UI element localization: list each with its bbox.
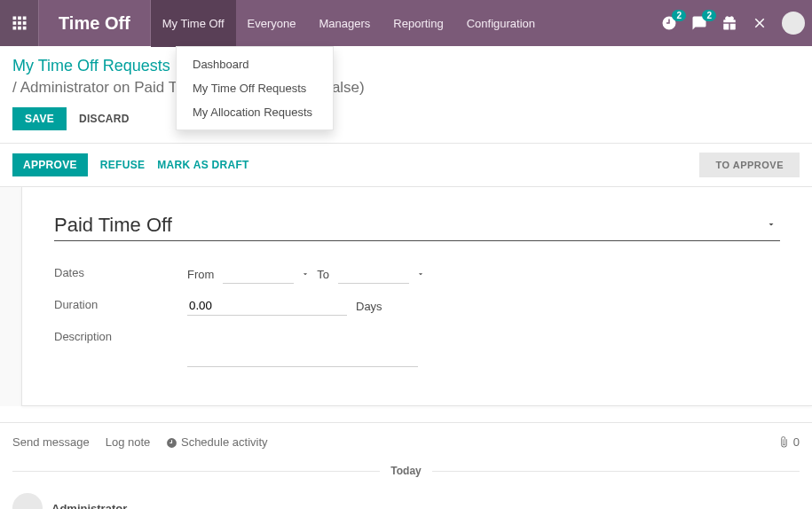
nav-reporting[interactable]: Reporting: [382, 0, 454, 46]
description-input[interactable]: [187, 337, 418, 367]
time-off-type-input[interactable]: [54, 214, 744, 237]
date-to-input[interactable]: [338, 264, 409, 284]
my-time-off-dropdown: Dashboard My Time Off Requests My Alloca…: [176, 46, 334, 130]
chatter-divider-label: Today: [380, 465, 431, 477]
form-sheet: Dates From To Duration Days Description: [21, 187, 812, 406]
breadcrumb: My Time Off Requests /Administrator on P…: [0, 46, 812, 100]
time-off-type-field[interactable]: [54, 212, 780, 241]
close-icon: [752, 15, 768, 31]
days-label: Days: [356, 300, 382, 313]
chevron-down-icon[interactable]: [766, 219, 777, 232]
to-label: To: [317, 268, 329, 281]
duration-row: Days: [187, 296, 480, 316]
paperclip-icon: [778, 436, 790, 448]
gift-button[interactable]: [721, 15, 737, 31]
main-nav: My Time Off Everyone Managers Reporting …: [151, 0, 547, 46]
duration-input[interactable]: [187, 296, 347, 316]
svg-rect-7: [18, 27, 21, 30]
status-stage[interactable]: TO APPROVE: [699, 153, 800, 177]
nav-configuration[interactable]: Configuration: [455, 0, 547, 46]
apps-grid-icon: [12, 15, 28, 31]
breadcrumb-current: /Administrator on Paid Time Off : 0.00 d…: [12, 79, 800, 97]
apps-menu-button[interactable]: [0, 0, 39, 46]
statusbar: APPROVE REFUSE MARK AS DRAFT TO APPROVE: [0, 143, 812, 187]
menu-my-allocation-requests[interactable]: My Allocation Requests: [177, 100, 333, 124]
send-message-button[interactable]: Send message: [12, 435, 90, 449]
discuss-badge: 2: [702, 10, 716, 21]
attachments-button[interactable]: 0: [778, 435, 800, 449]
clock-small-icon: [166, 437, 177, 449]
user-avatar[interactable]: [782, 12, 805, 35]
from-label: From: [187, 268, 214, 281]
topbar-right: 2 2: [661, 0, 812, 46]
svg-rect-1: [18, 17, 21, 20]
activities-button[interactable]: 2: [661, 15, 677, 31]
chatter-divider: Today: [12, 465, 800, 477]
approve-button[interactable]: APPROVE: [12, 153, 88, 176]
svg-rect-3: [12, 21, 16, 25]
refuse-button[interactable]: REFUSE: [100, 159, 145, 171]
discuss-button[interactable]: 2: [691, 15, 707, 31]
topbar: Time Off My Time Off Everyone Managers R…: [0, 0, 812, 46]
nav-managers[interactable]: Managers: [308, 0, 382, 46]
description-label: Description: [54, 328, 187, 343]
mark-draft-button[interactable]: MARK AS DRAFT: [157, 159, 248, 171]
menu-my-time-off-requests[interactable]: My Time Off Requests: [177, 76, 333, 100]
gift-icon: [721, 15, 737, 31]
menu-dashboard[interactable]: Dashboard: [177, 52, 333, 76]
dates-label: Dates: [54, 264, 187, 279]
discard-button[interactable]: DISCARD: [79, 113, 130, 125]
activities-badge: 2: [672, 10, 686, 21]
breadcrumb-parent[interactable]: My Time Off Requests: [12, 57, 800, 75]
svg-rect-0: [12, 17, 16, 20]
nav-my-time-off[interactable]: My Time Off: [151, 0, 236, 46]
message-author: Administrator: [51, 502, 127, 509]
log-note-button[interactable]: Log note: [106, 435, 151, 449]
date-from-input[interactable]: [223, 264, 294, 284]
dates-row: From To: [187, 264, 480, 284]
svg-rect-5: [22, 21, 26, 25]
svg-rect-4: [18, 21, 21, 25]
duration-label: Duration: [54, 296, 187, 311]
svg-rect-6: [12, 27, 16, 30]
svg-rect-8: [22, 27, 26, 30]
module-title[interactable]: Time Off: [39, 0, 151, 46]
nav-everyone[interactable]: Everyone: [236, 0, 308, 46]
close-button[interactable]: [752, 15, 768, 31]
form-buttons: SAVE DISCARD: [0, 100, 812, 143]
schedule-activity-button[interactable]: Schedule activity: [166, 435, 267, 449]
date-from-caret[interactable]: [301, 268, 310, 281]
chatter: Send message Log note Schedule activity …: [0, 422, 812, 509]
svg-rect-2: [22, 17, 26, 20]
save-button[interactable]: SAVE: [12, 107, 67, 130]
date-to-caret[interactable]: [416, 268, 425, 281]
message-meta: -: [136, 504, 139, 509]
chatter-message: Administrator -: [12, 489, 800, 509]
message-avatar: [12, 493, 43, 509]
